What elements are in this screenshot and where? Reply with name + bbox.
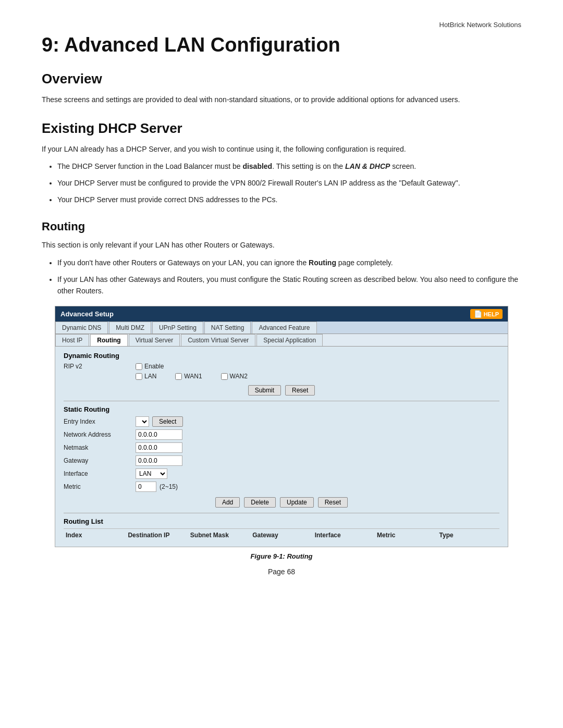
wan2-checkbox[interactable] xyxy=(221,373,228,380)
tab-custom-virtual-server[interactable]: Custom Virtual Server xyxy=(181,334,255,346)
submit-button[interactable]: Submit xyxy=(248,385,281,396)
bullet-3: Your DHCP Server must provide correct DN… xyxy=(57,194,521,206)
routing-bullet-2: If your LAN has other Gateways and Route… xyxy=(57,274,521,297)
delete-button[interactable]: Delete xyxy=(244,497,276,508)
network-address-row: Network Address xyxy=(64,429,499,440)
netmask-controls xyxy=(136,442,182,453)
panel-header: Advanced Setup 📄 HELP xyxy=(55,306,508,322)
top-btn-row: Submit Reset xyxy=(64,385,499,396)
interface-row: Interface LAN WAN1 WAN2 xyxy=(64,468,499,479)
chapter-title: 9: Advanced LAN Configuration xyxy=(42,34,521,56)
help-icon: 📄 xyxy=(474,310,482,318)
routing-list-title: Routing List xyxy=(64,517,499,525)
panel-body: Dynamic Routing RIP v2 Enable LAN xyxy=(55,347,508,547)
interface-label: Interface xyxy=(64,470,131,477)
tab-dynamic-dns[interactable]: Dynamic DNS xyxy=(55,322,108,334)
tab-advanced-feature[interactable]: Advanced Feature xyxy=(252,322,316,334)
overview-heading: Overview xyxy=(42,71,521,87)
overview-section: Overview These screens and settings are … xyxy=(42,71,521,106)
static-routing-title: Static Routing xyxy=(64,405,499,413)
existing-dhcp-intro: If your LAN already has a DHCP Server, a… xyxy=(42,144,521,155)
advanced-setup-panel: Advanced Setup 📄 HELP Dynamic DNS Multi … xyxy=(55,306,508,547)
entry-index-select[interactable] xyxy=(136,416,149,427)
gateway-controls xyxy=(136,455,182,466)
select-button[interactable]: Select xyxy=(152,416,183,427)
bullet-1: The DHCP Server function in the Load Bal… xyxy=(57,161,521,172)
col-index: Index xyxy=(64,530,126,540)
metric-range: (2~15) xyxy=(160,483,178,490)
help-button[interactable]: 📄 HELP xyxy=(470,309,503,319)
entry-index-label: Entry Index xyxy=(64,418,131,425)
interface-select[interactable]: LAN WAN1 WAN2 xyxy=(136,468,167,479)
tab-upnp-setting[interactable]: UPnP Setting xyxy=(152,322,203,334)
existing-dhcp-section: Existing DHCP Server If your LAN already… xyxy=(42,120,521,206)
routing-heading: Routing xyxy=(42,220,521,233)
enable-group: Enable xyxy=(136,363,164,370)
lan-group: LAN xyxy=(136,373,156,380)
netmask-label: Netmask xyxy=(64,444,131,451)
tab-routing[interactable]: Routing xyxy=(90,334,127,346)
gateway-input[interactable] xyxy=(136,455,182,466)
col-metric: Metric xyxy=(375,530,437,540)
existing-dhcp-bullets: The DHCP Server function in the Load Bal… xyxy=(57,161,521,205)
metric-controls: (2~15) xyxy=(136,482,178,492)
existing-dhcp-heading: Existing DHCP Server xyxy=(42,120,521,137)
tab-nat-setting[interactable]: NAT Setting xyxy=(204,322,251,334)
tab-special-application[interactable]: Special Application xyxy=(256,334,323,346)
interface-controls: LAN WAN1 WAN2 xyxy=(136,468,167,479)
routing-list-header: Index Destination IP Subnet Mask Gateway… xyxy=(64,528,499,541)
col-gateway: Gateway xyxy=(250,530,312,540)
rip-v2-controls: Enable xyxy=(136,363,164,370)
overview-body: These screens and settings are provided … xyxy=(42,94,521,106)
help-label: HELP xyxy=(484,311,499,317)
col-subnet-mask: Subnet Mask xyxy=(188,530,250,540)
routing-intro: This section is only relevant if your LA… xyxy=(42,240,521,251)
page-number: Page 68 xyxy=(42,567,521,576)
reset-top-button[interactable]: Reset xyxy=(285,385,315,396)
wan1-label: WAN1 xyxy=(184,373,202,380)
col-interface: Interface xyxy=(313,530,375,540)
wan-row: LAN WAN1 WAN2 xyxy=(64,373,499,380)
tab-multi-dmz[interactable]: Multi DMZ xyxy=(109,322,151,334)
entry-index-row: Entry Index Select xyxy=(64,416,499,427)
wan-controls: LAN WAN1 WAN2 xyxy=(136,373,248,380)
entry-index-controls: Select xyxy=(136,416,183,427)
dynamic-routing-title: Dynamic Routing xyxy=(64,352,499,360)
metric-row: Metric (2~15) xyxy=(64,482,499,492)
wan1-group: WAN1 xyxy=(175,373,202,380)
tab-host-ip[interactable]: Host IP xyxy=(55,334,89,346)
netmask-row: Netmask xyxy=(64,442,499,453)
metric-input[interactable] xyxy=(136,482,156,492)
enable-label: Enable xyxy=(144,363,164,370)
gateway-row: Gateway xyxy=(64,455,499,466)
network-address-controls xyxy=(136,429,182,440)
bottom-btn-row: Add Delete Update Reset xyxy=(64,497,499,508)
panel-title: Advanced Setup xyxy=(60,310,114,318)
update-button[interactable]: Update xyxy=(280,497,314,508)
routing-bullets: If you don't have other Routers or Gatew… xyxy=(57,257,521,297)
wan2-group: WAN2 xyxy=(221,373,248,380)
wan2-label: WAN2 xyxy=(230,373,248,380)
tabs-row2: Host IP Routing Virtual Server Custom Vi… xyxy=(55,334,508,347)
netmask-input[interactable] xyxy=(136,442,182,453)
lan-checkbox[interactable] xyxy=(136,373,142,380)
wan1-checkbox[interactable] xyxy=(175,373,182,380)
add-button[interactable]: Add xyxy=(215,497,240,508)
col-dest-ip: Destination IP xyxy=(126,530,188,540)
gateway-label: Gateway xyxy=(64,457,131,464)
lan-label: LAN xyxy=(144,373,156,380)
company-name: HotBrick Network Solutions xyxy=(42,21,521,29)
metric-label: Metric xyxy=(64,483,131,490)
figure-caption: Figure 9-1: Routing xyxy=(42,552,521,560)
rip-v2-row: RIP v2 Enable xyxy=(64,363,499,370)
enable-checkbox[interactable] xyxy=(136,363,142,370)
routing-bullet-1: If you don't have other Routers or Gatew… xyxy=(57,257,521,269)
network-address-label: Network Address xyxy=(64,431,131,438)
tabs-row1: Dynamic DNS Multi DMZ UPnP Setting NAT S… xyxy=(55,322,508,334)
bullet-2: Your DHCP Server must be configured to p… xyxy=(57,178,521,189)
col-type: Type xyxy=(437,530,499,540)
reset-bottom-button[interactable]: Reset xyxy=(318,497,348,508)
tab-virtual-server[interactable]: Virtual Server xyxy=(129,334,180,346)
routing-section: Routing This section is only relevant if… xyxy=(42,220,521,576)
network-address-input[interactable] xyxy=(136,429,182,440)
